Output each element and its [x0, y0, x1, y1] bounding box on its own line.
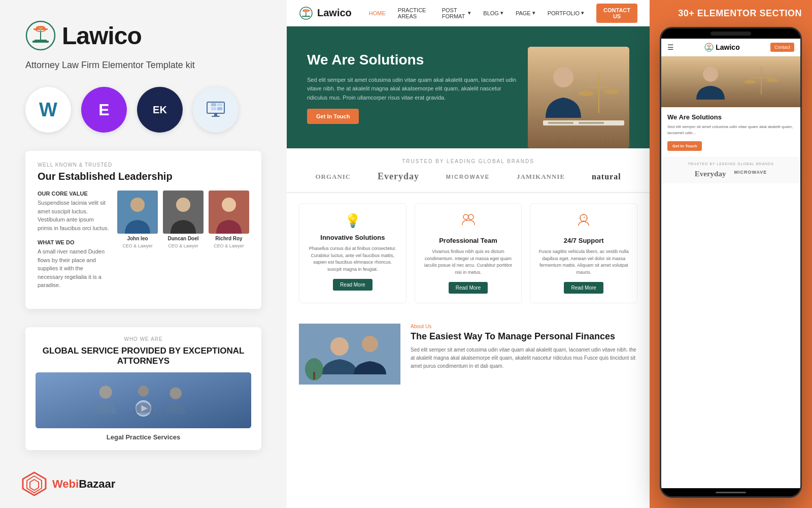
nav-practice[interactable]: PRACTICE AREAS: [398, 7, 430, 19]
mobile-contact-button[interactable]: Contact: [770, 43, 794, 52]
team-member-3: Richrd Roy CEO & Lawyer: [209, 190, 249, 298]
site-logo-text: Lawico: [317, 7, 352, 19]
legal-practice-label: Legal Practice Services: [36, 433, 251, 441]
brands-label: TRUSTED BY LEADING GLOBAL BRANDS: [302, 158, 634, 164]
elementor-badge: 30+ ELEMENTOR SECTION: [660, 8, 802, 19]
svg-point-19: [222, 198, 236, 212]
service-card-1: 💡 Innovative Solutions Phasellus cursus …: [299, 203, 407, 303]
about-desc: Sed elit semper sit amet cotusima udin v…: [411, 346, 637, 370]
team-role-3: CEO & Lawyer: [214, 243, 244, 248]
service-btn-1[interactable]: Read More: [333, 279, 372, 291]
team-member-1: John leo CEO & Lawyer: [117, 190, 158, 298]
service-card-3: 24/7 Support Fusce sagittis vehicula lib…: [530, 203, 637, 303]
elementor-icon[interactable]: E: [81, 87, 127, 133]
brands-row: ORGANIC Everyday MICROWAVE JAMIKANNIE na…: [302, 171, 634, 182]
svg-rect-63: [661, 56, 800, 107]
svg-rect-31: [302, 16, 310, 17]
leadership-label: WELL KNOWN & TRUSTED: [38, 162, 249, 168]
svg-point-15: [130, 198, 145, 212]
mobile-hero-cta[interactable]: Get In Touch: [667, 141, 702, 151]
team-photo-1: [117, 190, 158, 234]
mobile-logo-text: Lawico: [716, 43, 739, 51]
hero-description: Sed elit semper sit amet cotusima udin v…: [307, 76, 518, 103]
svg-rect-2: [35, 40, 47, 41]
elementskit-icon[interactable]: EK: [137, 87, 183, 133]
site-logo: Lawico: [299, 6, 352, 20]
site-navbar: Lawico HOME PRACTICE AREAS POST FORMAT ▾…: [287, 0, 650, 26]
video-thumbnail[interactable]: [36, 372, 251, 428]
svg-point-46: [468, 214, 473, 219]
brands-section: TRUSTED BY LEADING GLOBAL BRANDS ORGANIC…: [287, 148, 650, 192]
mobile-notch: [661, 28, 800, 39]
svg-rect-44: [579, 122, 604, 124]
monitor-icon[interactable]: [193, 87, 239, 133]
mobile-brand-everyday: Everyday: [695, 170, 726, 178]
brand-everyday: Everyday: [378, 171, 419, 182]
about-content: About Us The Easiest Way To Manage Perso…: [411, 324, 637, 385]
global-service-card: WHO WE ARE GLOBAL SERVICE PROVIDED BY EX…: [25, 327, 261, 450]
svg-rect-60: [709, 46, 709, 49]
hero-section: We Are Solutions Sed elit semper sit ame…: [287, 26, 650, 148]
about-label: About Us: [411, 324, 637, 329]
service-btn-3[interactable]: Read More: [564, 282, 603, 294]
service-title-3: 24/7 Support: [537, 237, 630, 244]
mobile-hero-desc: Sed elit semper sit amet cotusima udin v…: [667, 124, 794, 136]
svg-point-25: [138, 386, 149, 396]
team-photos: John leo CEO & Lawyer Duncan Doel CEO & …: [117, 190, 249, 298]
nav-blog[interactable]: BLOG ▾: [483, 10, 503, 16]
logo-text: Lawico: [62, 22, 142, 50]
mobile-mockup: ☰ Lawico Contact: [660, 27, 802, 498]
svg-point-37: [553, 67, 573, 87]
hero-cta-button[interactable]: Get In Touch: [307, 109, 359, 124]
who-we-are-label: WHO WE ARE: [36, 336, 251, 342]
svg-rect-59: [706, 49, 712, 50]
svg-point-24: [99, 386, 112, 399]
mobile-hero-image: [661, 56, 800, 107]
mobile-logo: Lawico: [704, 43, 739, 52]
team-name-2: Duncan Doel: [167, 236, 198, 241]
nav-post-format[interactable]: POST FORMAT ▾: [442, 7, 471, 19]
nav-page[interactable]: PAGE ▾: [516, 10, 535, 16]
service-desc-2: Vivamus finibus nibh quis es dictum cond…: [422, 248, 515, 276]
hero-image: [528, 47, 629, 148]
mobile-menu-icon[interactable]: ☰: [667, 43, 674, 51]
svg-line-52: [584, 217, 585, 218]
brand-organic: ORGANIC: [315, 173, 351, 181]
svg-rect-34: [303, 10, 310, 11]
service-title-2: Professional Team: [422, 237, 515, 244]
mobile-brands-section: TRUSTED BY LEADING GLOBAL BRANDS Everyda…: [661, 157, 800, 183]
hero-content: We Are Solutions Sed elit semper sit ame…: [307, 47, 518, 128]
nav-contact-button[interactable]: CONTACT US: [596, 4, 637, 23]
brand-jamie: JAMIKANNIE: [517, 173, 565, 181]
service-desc-1: Phasellus cursus dui at finibus consecte…: [307, 245, 399, 273]
webibazaar-text-group: WebiBazaar: [52, 478, 115, 491]
nav-portfolio[interactable]: PORTFOLIO ▾: [548, 10, 584, 16]
nav-home[interactable]: HOME: [369, 10, 386, 16]
mobile-home-indicator: [661, 488, 800, 496]
core-value-label: OUR CORE VALUE: [38, 190, 109, 197]
webibazaar-name: WebiBazaar: [52, 478, 115, 491]
mobile-hero-content: We Are Solutions Sed elit semper sit ame…: [661, 107, 800, 157]
what-we-do-label: WHAT WE DO: [38, 239, 109, 245]
mobile-brands-row: Everyday MICROWAVE: [667, 170, 794, 178]
hero-title: We Are Solutions: [307, 51, 518, 69]
svg-rect-10: [211, 107, 216, 110]
service-icon-3: [537, 213, 630, 232]
webibazaar-icon: [20, 470, 48, 498]
mobile-brand-microwave: MICROWAVE: [734, 170, 767, 178]
wordpress-icon[interactable]: W: [25, 87, 71, 133]
leadership-card: WELL KNOWN & TRUSTED Our Established Lea…: [25, 151, 261, 309]
mobile-logo-icon: [704, 43, 714, 52]
team-photo-3: [209, 190, 249, 234]
team-name-1: John leo: [127, 236, 148, 241]
brand-natural: natural: [592, 172, 621, 181]
service-btn-2[interactable]: Read More: [449, 282, 488, 294]
team-name-3: Richrd Roy: [215, 236, 242, 241]
right-panel: 30+ ELEMENTOR SECTION ☰ Lawico Cont: [650, 0, 812, 508]
svg-point-26: [170, 387, 182, 399]
team-member-2: Duncan Doel CEO & Lawyer: [163, 190, 204, 298]
svg-rect-9: [217, 103, 222, 106]
home-bar: [716, 492, 746, 493]
about-title: The Easiest Way To Manage Personal Finan…: [411, 331, 637, 342]
right-header: 30+ ELEMENTOR SECTION: [650, 0, 812, 27]
